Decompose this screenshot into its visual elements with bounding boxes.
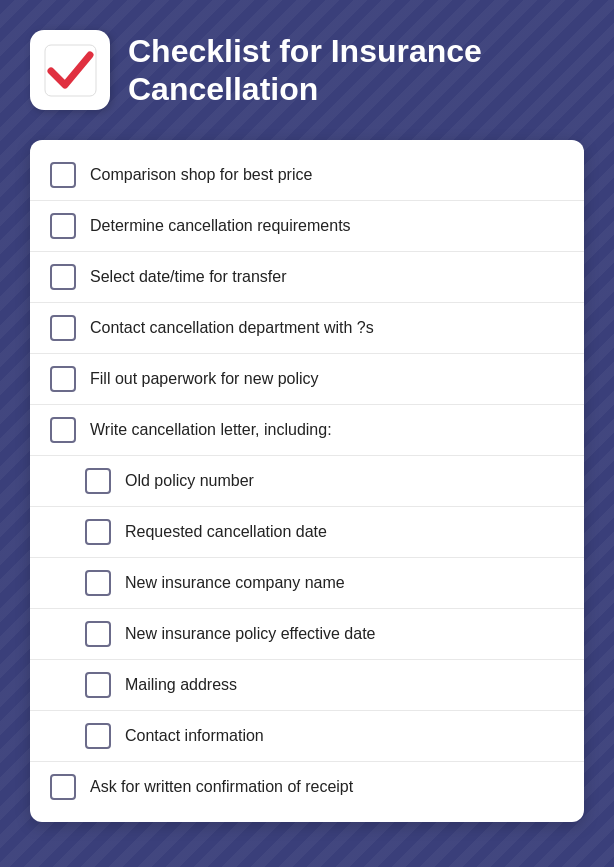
item-label: Ask for written confirmation of receipt (90, 777, 353, 798)
checkbox[interactable] (50, 162, 76, 188)
checklist-item[interactable]: Determine cancellation requirements (30, 201, 584, 252)
checkbox[interactable] (50, 774, 76, 800)
item-label: Mailing address (125, 675, 237, 696)
checkbox[interactable] (85, 621, 111, 647)
checklist-item[interactable]: Mailing address (30, 660, 584, 711)
item-label: Fill out paperwork for new policy (90, 369, 319, 390)
checkbox[interactable] (85, 519, 111, 545)
checklist-item[interactable]: Comparison shop for best price (30, 150, 584, 201)
page-header: Checklist for Insurance Cancellation (30, 20, 584, 120)
item-label: New insurance company name (125, 573, 345, 594)
item-label: Determine cancellation requirements (90, 216, 351, 237)
checkbox[interactable] (50, 264, 76, 290)
item-label: Requested cancellation date (125, 522, 327, 543)
checklist-item[interactable]: Fill out paperwork for new policy (30, 354, 584, 405)
checklist-item[interactable]: New insurance company name (30, 558, 584, 609)
item-label: Old policy number (125, 471, 254, 492)
checkbox[interactable] (85, 570, 111, 596)
checklist-item[interactable]: Ask for written confirmation of receipt (30, 762, 584, 812)
checkbox[interactable] (50, 213, 76, 239)
checkbox[interactable] (85, 672, 111, 698)
item-label: Write cancellation letter, including: (90, 420, 332, 441)
checkbox[interactable] (50, 417, 76, 443)
header-icon (30, 30, 110, 110)
checklist-card: Comparison shop for best priceDetermine … (30, 140, 584, 822)
checkbox[interactable] (85, 468, 111, 494)
item-label: Select date/time for transfer (90, 267, 287, 288)
checkbox[interactable] (50, 366, 76, 392)
item-label: Comparison shop for best price (90, 165, 312, 186)
checklist-item[interactable]: Write cancellation letter, including: (30, 405, 584, 456)
item-label: Contact information (125, 726, 264, 747)
checklist-item[interactable]: Contact information (30, 711, 584, 762)
page-title: Checklist for Insurance Cancellation (128, 32, 584, 109)
item-label: New insurance policy effective date (125, 624, 376, 645)
checklist-item[interactable]: Contact cancellation department with ?s (30, 303, 584, 354)
checklist-item[interactable]: Select date/time for transfer (30, 252, 584, 303)
item-label: Contact cancellation department with ?s (90, 318, 374, 339)
checklist-item[interactable]: Old policy number (30, 456, 584, 507)
checklist-item[interactable]: New insurance policy effective date (30, 609, 584, 660)
checkbox[interactable] (50, 315, 76, 341)
checkbox[interactable] (85, 723, 111, 749)
checklist-item[interactable]: Requested cancellation date (30, 507, 584, 558)
